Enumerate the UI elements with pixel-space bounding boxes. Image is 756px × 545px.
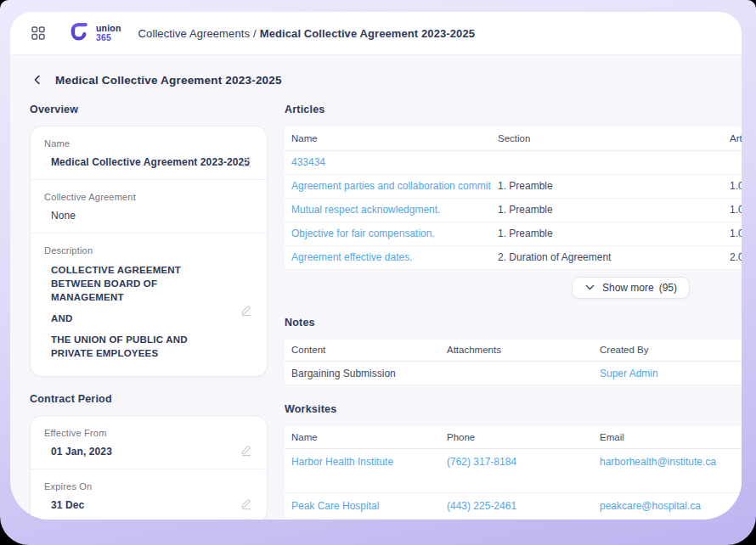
- article-link[interactable]: Agreement effective dates.: [285, 245, 491, 269]
- breadcrumb-separator: /: [253, 27, 257, 40]
- effective-from-label: Effective From: [44, 428, 253, 438]
- description-paragraph-1: COLLECTIVE AGREEMENT BETWEEN BOARD OF MA…: [44, 263, 206, 304]
- article-row: Agreement effective dates. 2. Duration o…: [285, 245, 742, 269]
- notes-col-created-by: Created By: [593, 340, 742, 362]
- breadcrumb-collective-agreements[interactable]: Collective Agreements: [138, 27, 250, 40]
- union365-logo-text: union 365: [96, 24, 121, 42]
- top-bar: union 365 Collective Agreements/Medical …: [10, 12, 742, 55]
- notes-col-content: Content: [285, 340, 440, 362]
- article-link[interactable]: Objective for fair compensation.: [285, 222, 491, 245]
- article-section: 1. Preamble: [491, 198, 723, 222]
- app-grid-icon[interactable]: [29, 24, 48, 42]
- edit-name-icon[interactable]: [240, 154, 255, 169]
- article-number: 2.01: [723, 245, 742, 269]
- page-title: Medical Collective Agreement 2023-2025: [55, 74, 282, 87]
- page-title-row: Medical Collective Agreement 2023-2025: [30, 70, 742, 90]
- effective-from-field: Effective From 01 Jan, 2023: [31, 416, 267, 469]
- contract-period-section-label: Contract Period: [30, 393, 268, 405]
- union365-logo[interactable]: union 365: [68, 20, 121, 47]
- article-link[interactable]: Mutual respect acknowledgment.: [285, 198, 491, 222]
- notes-header-row: Content Attachments Created By: [285, 340, 742, 362]
- article-number: 1.02: [723, 198, 742, 222]
- note-created-by-link[interactable]: Super Admin: [593, 362, 742, 385]
- worksite-email-link[interactable]: peakcare@hospital.ca: [593, 492, 742, 520]
- notes-section-label: Notes: [285, 317, 742, 329]
- articles-col-article-no: Article No: [723, 126, 742, 150]
- overview-section-label: Overview: [30, 104, 268, 115]
- name-value: Medical Collective Agreement 2023-2025: [44, 156, 253, 168]
- worksites-table: Name Phone Email Harbor Health Institute…: [285, 426, 742, 520]
- article-section: [491, 150, 723, 174]
- chevron-down-icon: [584, 282, 595, 293]
- articles-table: Name Section Article No 433434: [285, 126, 742, 270]
- overview-panel: Overview Name Medical Collective Agreeme…: [30, 97, 268, 520]
- union365-logo-icon: [68, 20, 91, 47]
- article-row: Mutual respect acknowledgment. 1. Preamb…: [285, 198, 742, 222]
- worksite-name-link[interactable]: Peak Care Hospital: [285, 492, 440, 520]
- articles-col-name: Name: [285, 126, 491, 150]
- collective-agreement-field: Collective Agreement None: [31, 179, 267, 233]
- article-number: 1.01: [723, 174, 742, 198]
- worksites-col-email: Email: [593, 426, 742, 448]
- screen: union 365 Collective Agreements/Medical …: [0, 0, 756, 545]
- breadcrumb: Collective Agreements/Medical Collective…: [138, 27, 476, 40]
- articles-section-label: Articles: [285, 104, 742, 115]
- collective-agreement-label: Collective Agreement: [44, 192, 253, 202]
- expires-on-label: Expires On: [44, 481, 253, 492]
- breadcrumb-current: Medical Collective Agreement 2023-2025: [260, 27, 475, 40]
- app-window: union 365 Collective Agreements/Medical …: [10, 12, 742, 520]
- worksites-section-label: Worksites: [285, 403, 742, 415]
- show-more-button[interactable]: Show more (95): [572, 277, 690, 299]
- expires-on-field: Expires On 31 Dec: [31, 469, 267, 520]
- worksite-row: Harbor Health Institute (762) 317-8184 h…: [285, 448, 742, 492]
- article-section: 1. Preamble: [491, 222, 723, 245]
- description-paragraph-3: THE UNION OF PUBLIC AND PRIVATE EMPLOYEE…: [44, 333, 206, 360]
- worksite-row: Peak Care Hospital (443) 225-2461 peakca…: [285, 492, 742, 520]
- page-content: Medical Collective Agreement 2023-2025 O…: [10, 55, 742, 520]
- worksite-phone-link[interactable]: (443) 225-2461: [440, 492, 593, 520]
- description-paragraph-2: AND: [44, 312, 253, 325]
- overview-card: Name Medical Collective Agreement 2023-2…: [30, 126, 268, 377]
- worksite-name-link[interactable]: Harbor Health Institute: [285, 448, 440, 492]
- worksite-email-link[interactable]: harborhealth@institute.ca: [593, 448, 742, 492]
- article-row: 433434: [285, 150, 742, 174]
- article-link[interactable]: 433434: [285, 150, 491, 174]
- worksites-col-phone: Phone: [440, 426, 593, 448]
- article-link[interactable]: Agreement parties and collaboration comm…: [285, 174, 491, 198]
- collective-agreement-value: None: [44, 210, 253, 222]
- details-panel: Articles Name Section Article No: [285, 97, 742, 520]
- note-content: Bargaining Submission: [285, 362, 440, 385]
- description-label: Description: [44, 245, 253, 256]
- worksites-header-row: Name Phone Email: [285, 426, 742, 448]
- article-number: [723, 150, 742, 174]
- name-label: Name: [44, 138, 253, 149]
- article-section: 1. Preamble: [491, 174, 723, 198]
- worksite-phone-link[interactable]: (762) 317-8184: [440, 448, 593, 492]
- notes-col-attachments: Attachments: [440, 340, 593, 362]
- contract-period-card: Effective From 01 Jan, 2023 Expires On: [30, 415, 268, 520]
- article-row: Agreement parties and collaboration comm…: [285, 174, 742, 198]
- back-button[interactable]: [30, 72, 45, 87]
- description-field: Description COLLECTIVE AGREEMENT BETWEEN…: [31, 233, 267, 376]
- name-field: Name Medical Collective Agreement 2023-2…: [31, 126, 267, 179]
- show-more-label: Show more: [602, 282, 654, 294]
- note-row: Bargaining Submission Super Admin: [285, 362, 742, 385]
- article-section: 2. Duration of Agreement: [491, 245, 723, 269]
- show-more-count: (95): [659, 282, 677, 294]
- edit-expires-on-icon[interactable]: [240, 497, 255, 512]
- edit-effective-from-icon[interactable]: [240, 443, 255, 458]
- articles-header-row: Name Section Article No: [285, 126, 742, 150]
- note-attachments: [440, 362, 593, 385]
- worksites-col-name: Name: [285, 426, 440, 448]
- expires-on-value: 31 Dec: [44, 499, 253, 511]
- article-number: 1.03: [723, 222, 742, 245]
- articles-col-section: Section: [491, 126, 723, 150]
- notes-table: Content Attachments Created By Bargainin…: [285, 340, 742, 386]
- edit-description-icon[interactable]: [240, 303, 255, 318]
- effective-from-value: 01 Jan, 2023: [44, 446, 253, 458]
- article-row: Objective for fair compensation. 1. Prea…: [285, 222, 742, 245]
